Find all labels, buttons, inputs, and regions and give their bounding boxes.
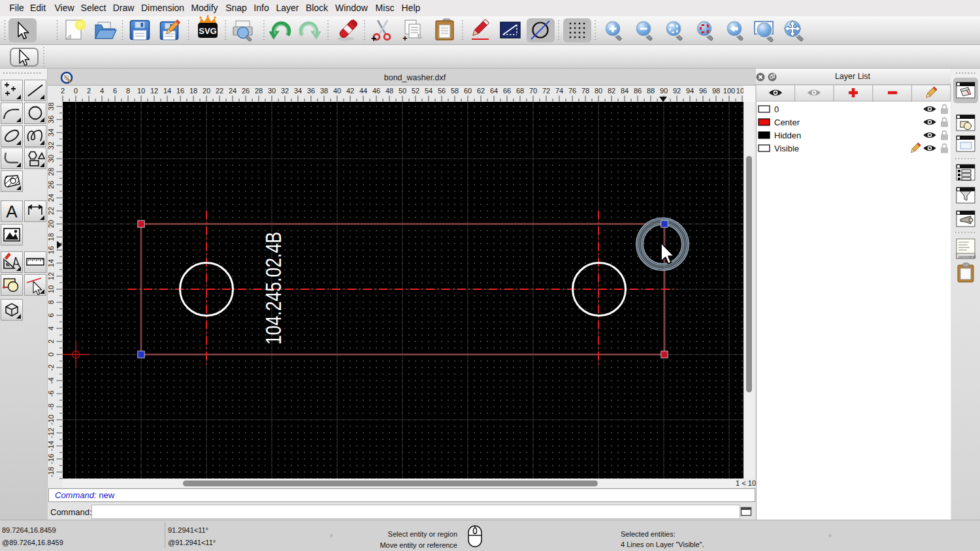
svg-text:command: command	[958, 255, 975, 259]
